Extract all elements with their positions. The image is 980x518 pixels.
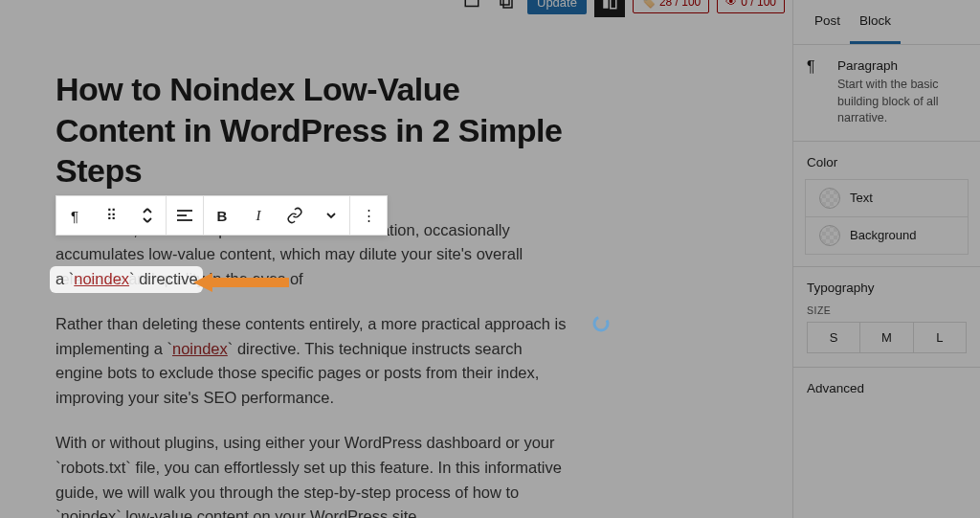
size-s[interactable]: S: [808, 323, 860, 352]
paragraph-2[interactable]: Rather than deleting these contents enti…: [56, 312, 572, 410]
typography-title: Typography: [807, 281, 967, 295]
preview-icon[interactable]: [493, 0, 520, 15]
svg-rect-3: [603, 0, 608, 9]
top-toolbar: Update 🏷️ 28 / 100 👁 0 / 100: [458, 0, 792, 15]
highlight-text: a `noindex` directive.: [56, 270, 202, 288]
view-icon[interactable]: [458, 0, 485, 15]
text-color-row[interactable]: Text: [805, 179, 969, 217]
more-formatting-icon[interactable]: [313, 196, 349, 235]
size-label: SIZE: [807, 304, 967, 316]
tab-post[interactable]: Post: [805, 0, 850, 44]
settings-sidebar: Post Block ¶ Paragraph Start with the ba…: [792, 0, 980, 518]
svg-marker-8: [193, 273, 289, 292]
post-content: How to Noindex Low-Value Content in Word…: [56, 0, 572, 518]
noindex-link[interactable]: noindex: [172, 340, 228, 357]
typography-section: Typography SIZE S M L: [793, 266, 980, 353]
svg-rect-4: [611, 0, 616, 9]
color-section: Color Text Background: [793, 142, 980, 255]
text-color-swatch: [819, 188, 840, 209]
annotation-arrow-icon: [193, 271, 289, 294]
svg-rect-0: [465, 0, 479, 7]
svg-point-9: [594, 317, 608, 330]
options-button[interactable]: ⋮: [350, 196, 387, 235]
block-toolbar: ¶ ⠿ B I ⋮: [56, 195, 388, 236]
editor-main: Update 🏷️ 28 / 100 👁 0 / 100 How to Noin…: [0, 0, 792, 518]
svg-rect-2: [503, 0, 512, 8]
wordpress-editor: Update 🏷️ 28 / 100 👁 0 / 100 How to Noin…: [0, 0, 980, 518]
noindex-highlight-link[interactable]: noindex: [74, 270, 129, 287]
update-button[interactable]: Update: [527, 0, 587, 14]
size-buttons: S M L: [807, 322, 967, 353]
bold-button[interactable]: B: [204, 196, 240, 235]
seo-score-2[interactable]: 👁 0 / 100: [717, 0, 785, 13]
svg-rect-1: [501, 0, 509, 5]
background-color-swatch: [819, 225, 840, 246]
size-l[interactable]: L: [914, 323, 966, 352]
settings-button[interactable]: [594, 0, 625, 17]
align-button[interactable]: [167, 196, 203, 235]
paragraph-3[interactable]: With or without plugins, using either yo…: [56, 431, 572, 518]
drag-handle-icon[interactable]: ⠿: [93, 196, 129, 235]
move-updown-icon[interactable]: [129, 196, 166, 235]
post-title[interactable]: How to Noindex Low-Value Content in Word…: [56, 69, 572, 191]
block-type-button[interactable]: ¶: [56, 196, 93, 235]
block-info-panel: ¶ Paragraph Start with the basic buildin…: [793, 45, 980, 142]
background-color-row[interactable]: Background: [805, 217, 969, 255]
loading-spinner-icon: [591, 314, 611, 333]
tab-block[interactable]: Block: [850, 0, 901, 44]
sidebar-tabs: Post Block: [793, 0, 980, 45]
size-m[interactable]: M: [860, 323, 913, 352]
italic-button[interactable]: I: [240, 196, 277, 235]
block-type-desc: Start with the basic building block of a…: [837, 77, 967, 127]
link-button[interactable]: [277, 196, 313, 235]
color-section-title: Color: [793, 142, 980, 179]
block-type-name: Paragraph: [837, 58, 967, 73]
advanced-section[interactable]: Advanced: [793, 367, 980, 409]
paragraph-icon: ¶: [807, 58, 826, 127]
seo-score-1[interactable]: 🏷️ 28 / 100: [633, 0, 709, 13]
